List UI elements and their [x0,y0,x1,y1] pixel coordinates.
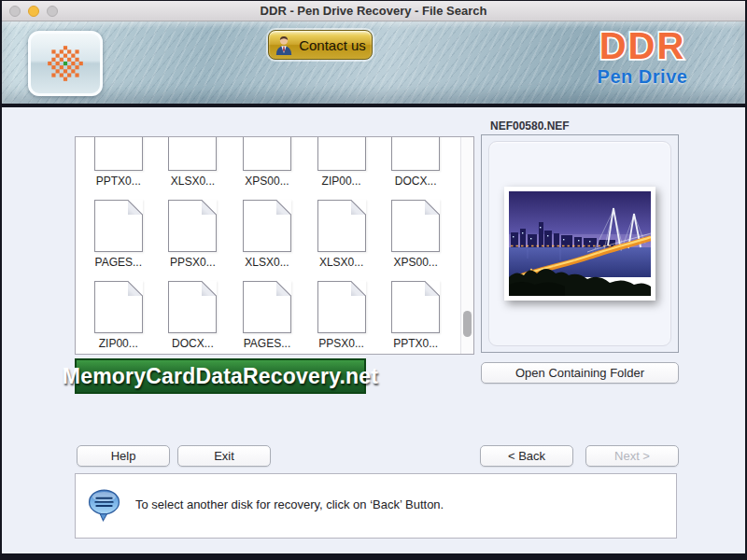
file-item[interactable]: PPTX0... [378,281,453,355]
file-item[interactable]: XPS00... [230,136,304,200]
document-icon [391,136,440,171]
promo-banner-link[interactable]: MemoryCardDataRecovery.net [75,358,366,394]
file-grid-inner: PPTX0... XLSX0... XPS00... ZIP00... DOCX… [81,136,453,355]
file-name: XLSX0... [245,256,289,269]
file-item[interactable]: PPTX0... [81,136,156,200]
file-item[interactable]: PPSX0... [156,200,231,281]
brand-title: DDR [599,25,686,66]
file-item[interactable]: PAGES... [230,281,304,355]
file-name: PAGES... [244,337,290,350]
contact-us-button[interactable]: Contact us [268,30,373,60]
file-item[interactable]: XPS00... [378,200,453,281]
file-name: PPSX0... [318,337,364,350]
app-window: DDR - Pen Drive Recovery - File Search [0,0,747,560]
file-name: DOCX... [395,175,437,188]
file-name: XLSX0... [319,256,363,269]
document-icon [168,136,217,171]
file-item[interactable]: XLSX0... [230,200,304,281]
file-name: XPS00... [394,256,438,269]
file-name: PPSX0... [170,256,216,269]
document-icon [168,200,217,252]
file-item[interactable]: XLSX0... [304,200,379,281]
recovered-files-list: PPTX0... XLSX0... XPS00... ZIP00... DOCX… [75,136,474,355]
window-controls [9,6,58,17]
file-name: ZIP00... [99,337,138,350]
document-icon [243,200,291,252]
preview-groupbox [481,134,679,353]
zoom-button[interactable] [47,6,58,17]
file-name: PAGES... [95,256,142,269]
file-name: XLSX0... [171,175,215,188]
document-icon [94,136,143,171]
person-icon [275,34,293,56]
file-name: XPS00... [245,175,289,188]
file-item[interactable]: DOCX... [156,281,231,355]
next-button[interactable]: Next > [585,445,679,467]
status-message-box: To select another disk for recovery, cli… [75,473,677,539]
document-icon [317,200,366,252]
document-icon [94,200,143,252]
preview-panel [488,141,671,346]
app-logo [28,31,103,96]
scrollbar-thumb[interactable] [463,311,472,337]
file-item[interactable]: XLSX0... [156,136,231,200]
document-icon [168,281,217,333]
window-title: DDR - Pen Drive Recovery - File Search [2,4,745,18]
city-bridge-night-image [509,191,651,296]
document-icon [391,200,440,252]
exit-button[interactable]: Exit [177,445,271,467]
file-name: DOCX... [172,337,214,350]
speech-bubble-icon [87,488,121,524]
ddr-checkered-star-icon [44,42,87,85]
open-containing-folder-button[interactable]: Open Containing Folder [481,362,679,384]
header-banner: Contact us DDR Pen Drive [2,21,745,107]
file-list-scrollbar[interactable] [460,137,473,354]
file-item[interactable]: ZIP00... [81,281,156,355]
document-icon [94,281,143,333]
main-content: PPTX0... XLSX0... XPS00... ZIP00... DOCX… [2,107,745,550]
brand-subtitle: Pen Drive [586,66,698,88]
file-name: ZIP00... [322,175,361,188]
file-item[interactable]: DOCX... [378,136,453,200]
document-icon [317,281,366,333]
file-name: PPTX0... [96,175,141,188]
document-icon [317,136,366,171]
promo-banner-text: MemoryCardDataRecovery.net [63,364,378,389]
titlebar: DDR - Pen Drive Recovery - File Search [2,1,745,21]
file-item[interactable]: ZIP00... [304,136,379,200]
document-icon [243,281,291,333]
brand-logo-text: DDR [586,23,698,68]
close-button[interactable] [9,6,21,17]
status-message-text: To select another disk for recovery, cli… [135,497,444,511]
document-icon [243,136,291,171]
file-item[interactable]: PPSX0... [304,281,379,355]
preview-filename: NEF00580.NEF [490,119,570,133]
file-name: PPTX0... [393,337,438,350]
back-button[interactable]: < Back [480,445,573,467]
help-button[interactable]: Help [77,445,170,467]
document-icon [391,281,440,333]
contact-us-label: Contact us [299,37,366,53]
file-item[interactable]: PAGES... [81,200,156,281]
preview-photo [504,187,655,301]
brand-block: DDR Pen Drive [586,23,698,88]
minimize-button[interactable] [28,6,39,17]
